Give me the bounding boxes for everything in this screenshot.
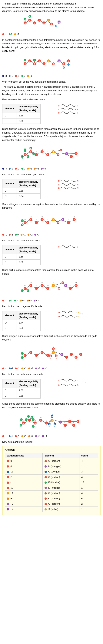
svg-line-60 xyxy=(41,61,42,64)
os-result-section: Since oxygen is more electronegative tha… xyxy=(2,334,101,370)
svg-line-364 xyxy=(62,424,64,425)
element-dot xyxy=(45,503,47,505)
svg-line-171 xyxy=(38,220,41,222)
cf-p2: There are 17 carbon-fluorine bonds, 4 ca… xyxy=(2,85,101,96)
svg-text:O: O xyxy=(51,416,53,418)
cc-col-element: element xyxy=(3,379,16,388)
svg-text:S: S xyxy=(77,316,79,318)
svg-text:F: F xyxy=(77,104,78,107)
svg-line-120 xyxy=(49,152,52,154)
svg-line-221 xyxy=(49,286,52,288)
cn-col-element: element xyxy=(3,179,16,188)
svg-line-320 xyxy=(34,421,34,422)
svg-text:F: F xyxy=(22,290,23,292)
legend-item-minus1: -1 xyxy=(2,32,7,36)
cf-table-area: element electronegativity(Pauling scale)… xyxy=(2,103,101,125)
svg-text:-2: -2 xyxy=(48,426,50,427)
cs-result-p: Since sulfur is more electronegative tha… xyxy=(2,268,101,276)
svg-text:+2: +2 xyxy=(40,416,42,418)
svg-text:+1: +1 xyxy=(75,282,77,284)
answer-state-cell: -1 xyxy=(5,474,43,480)
svg-text:F: F xyxy=(22,156,23,158)
svg-line-285 xyxy=(24,354,24,354)
answer-col-count: count xyxy=(79,453,98,458)
element-dot xyxy=(45,492,47,494)
svg-text:F: F xyxy=(33,426,34,428)
svg-text:N: N xyxy=(58,60,60,62)
molecule-diagram-2: C C C C C S O N C C H H F F xyxy=(2,54,101,73)
l12-pos1: +1 xyxy=(21,434,26,438)
dot4-neg1 xyxy=(15,168,17,170)
l12-neg1: -1 xyxy=(2,434,7,438)
svg-text:C: C xyxy=(25,222,26,224)
table-row: C 2.55 xyxy=(3,254,41,260)
answer-state-cell: 0 xyxy=(5,464,43,469)
svg-text:F: F xyxy=(34,59,35,61)
svg-text:O: O xyxy=(53,63,54,65)
svg-line-286 xyxy=(24,356,24,357)
cs-bond-svg: C S xyxy=(57,244,87,251)
svg-text:+1: +1 xyxy=(47,151,49,153)
svg-line-275 xyxy=(44,353,46,355)
dot-0 xyxy=(9,33,11,35)
svg-line-123 xyxy=(62,153,65,154)
dot-neg3 xyxy=(2,75,4,77)
legend-item-plus1: +1 xyxy=(14,32,19,36)
svg-line-178 xyxy=(24,222,24,222)
svg-text:C: C xyxy=(47,222,48,224)
molecule-diagram-6: C C C C C S +4 O -2 O -2 O -2 N -1 C C xyxy=(2,343,101,366)
svg-text:O: O xyxy=(53,348,54,350)
svg-line-176 xyxy=(64,221,67,222)
os-en-o: 3.44 xyxy=(16,320,41,326)
svg-text:C: C xyxy=(71,354,72,356)
intro-legend: -1 0 +1 xyxy=(2,32,101,36)
svg-text:C: C xyxy=(43,63,45,65)
answer-element-cell: C (carbon) xyxy=(43,490,79,496)
table-row: +3 C (carbon)2 xyxy=(5,501,98,507)
dot4-pos2 xyxy=(34,168,36,170)
answer-element-cell: C (carbon) xyxy=(43,496,79,501)
svg-text:C: C xyxy=(58,104,60,107)
svg-text:F: F xyxy=(25,18,26,20)
molecule-svg-4: C +2 C +3 C +2 C +2 C +1 S O N -1 C +2 C… xyxy=(20,211,83,232)
svg-text:O: O xyxy=(54,423,55,425)
svg-line-284 xyxy=(73,354,79,354)
answer-state-cell: +3 xyxy=(5,501,43,507)
os-section: Next look at the oxygen-sulfur bonds: el… xyxy=(2,304,101,332)
l8-pos1: +1 xyxy=(20,299,25,302)
svg-text:C: C xyxy=(29,19,31,21)
svg-text:O: O xyxy=(55,355,57,357)
svg-text:-2: -2 xyxy=(55,357,57,359)
svg-text:-1: -1 xyxy=(24,148,26,149)
l8-0: 0 xyxy=(9,299,13,302)
svg-text:N: N xyxy=(77,184,78,186)
svg-text:F: F xyxy=(26,419,27,421)
dot8-pos2 xyxy=(27,300,29,302)
dot12-pos2 xyxy=(28,435,30,437)
svg-text:C: C xyxy=(36,222,37,224)
answer-label: Answer: xyxy=(5,448,98,452)
svg-text:C: C xyxy=(47,354,48,356)
svg-line-22 xyxy=(36,20,38,22)
svg-text:S: S xyxy=(53,151,54,153)
l4-pos2: +2 xyxy=(34,167,39,170)
l6-neg1: -1 xyxy=(2,233,7,236)
svg-text:C: C xyxy=(63,63,64,65)
table-row: -2 O (oxygen)3 xyxy=(5,469,98,474)
answer-state-cell: -1 xyxy=(5,480,43,485)
table-row: +2 C (carbon)6 xyxy=(5,496,98,501)
cs-col-en: electronegativity(Pauling scale) xyxy=(16,245,41,254)
svg-line-121 xyxy=(55,152,57,154)
table-row: C 2.55 xyxy=(3,113,41,118)
svg-text:C: C xyxy=(47,154,48,156)
dot-neg2 xyxy=(9,75,11,77)
element-dot xyxy=(45,460,47,462)
l8-neg1: -1 xyxy=(2,299,7,302)
svg-line-118 xyxy=(38,152,41,154)
l12-pos2: +2 xyxy=(28,434,33,438)
cc-section: Next look at the carbon-carbon bonds: el… xyxy=(2,372,101,400)
table-row: C 2.55 xyxy=(3,393,41,398)
answer-count-cell: 1 xyxy=(79,485,98,490)
intro-paragraph: The first step in finding the oxidation … xyxy=(2,2,101,13)
answer-element-cell: C (carbon) xyxy=(43,501,79,507)
